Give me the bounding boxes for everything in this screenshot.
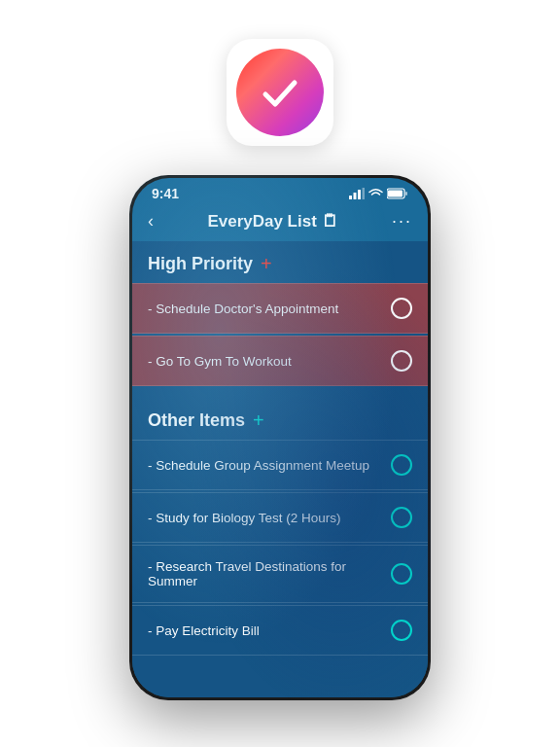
high-priority-title: High Priority xyxy=(148,254,253,274)
other-items-header: Other Items + xyxy=(132,398,428,440)
task-item[interactable]: - Schedule Doctor's Appointment xyxy=(132,283,428,334)
other-items-add-button[interactable]: + xyxy=(253,409,264,432)
high-priority-add-button[interactable]: + xyxy=(261,253,272,275)
svg-rect-0 xyxy=(349,196,352,199)
task-item[interactable]: - Research Travel Destinations for Summe… xyxy=(132,545,428,603)
task-circle[interactable] xyxy=(391,620,412,641)
high-priority-header: High Priority + xyxy=(132,241,428,283)
task-item[interactable]: - Study for Biology Test (2 Hours) xyxy=(132,492,428,543)
signal-icon xyxy=(349,188,365,199)
back-button[interactable]: ‹ xyxy=(148,211,154,231)
more-button[interactable]: ··· xyxy=(392,211,412,231)
svg-rect-5 xyxy=(388,191,402,197)
app-icon[interactable] xyxy=(236,49,324,136)
screen-content: High Priority + - Schedule Doctor's Appo… xyxy=(132,241,428,697)
task-label: - Schedule Group Assignment Meetup xyxy=(148,458,369,473)
task-label: - Research Travel Destinations for Summe… xyxy=(148,559,391,588)
wifi-icon xyxy=(368,188,383,199)
task-item[interactable]: - Go To Gym To Workout xyxy=(132,336,428,386)
task-circle[interactable] xyxy=(391,298,412,319)
task-label: - Pay Electricity Bill xyxy=(148,623,260,638)
status-icons xyxy=(349,188,408,199)
task-label: - Study for Biology Test (2 Hours) xyxy=(148,511,341,525)
checkmark-icon xyxy=(256,68,304,117)
status-time: 9:41 xyxy=(152,186,179,201)
nav-bar: ‹ EveryDay List 🗒 ··· xyxy=(132,205,428,241)
app-icon-wrapper xyxy=(227,39,333,146)
nav-title: EveryDay List 🗒 xyxy=(207,212,337,231)
phone-screen: 9:41 xyxy=(132,178,428,697)
phone-frame: 9:41 xyxy=(129,175,431,700)
svg-rect-1 xyxy=(354,193,357,199)
task-label: - Schedule Doctor's Appointment xyxy=(148,302,338,316)
task-item[interactable]: - Pay Electricity Bill xyxy=(132,605,428,656)
task-circle[interactable] xyxy=(391,350,412,372)
task-circle[interactable] xyxy=(391,507,412,528)
section-spacer xyxy=(132,388,428,398)
task-item[interactable]: - Schedule Group Assignment Meetup xyxy=(132,440,428,490)
task-circle[interactable] xyxy=(391,454,412,476)
status-bar: 9:41 xyxy=(132,178,428,205)
svg-rect-2 xyxy=(358,190,361,199)
battery-icon xyxy=(387,188,408,199)
task-circle[interactable] xyxy=(391,563,412,585)
svg-rect-3 xyxy=(363,188,366,199)
other-items-title: Other Items xyxy=(148,410,245,431)
svg-rect-6 xyxy=(405,192,407,196)
task-label: - Go To Gym To Workout xyxy=(148,354,292,369)
